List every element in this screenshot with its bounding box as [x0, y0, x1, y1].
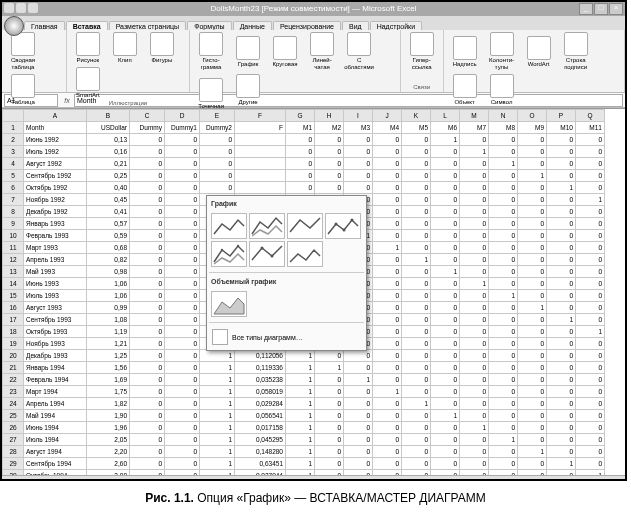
column-header[interactable]: K — [402, 110, 431, 122]
data-cell[interactable]: 0 — [373, 302, 402, 314]
data-cell[interactable]: 1 — [576, 194, 605, 206]
header-cell[interactable]: M5 — [402, 122, 431, 134]
data-cell[interactable]: 0 — [315, 182, 344, 194]
data-cell[interactable]: 0 — [165, 302, 200, 314]
data-cell[interactable]: 0 — [286, 158, 315, 170]
data-cell[interactable]: 0 — [344, 410, 373, 422]
data-cell[interactable]: 0 — [518, 278, 547, 290]
data-cell[interactable]: 0 — [431, 350, 460, 362]
ribbon-button[interactable]: Гипер-ссылка — [405, 32, 439, 71]
data-cell[interactable]: 0 — [460, 362, 489, 374]
data-cell[interactable]: 0 — [200, 158, 235, 170]
data-cell[interactable]: 0,027044 — [235, 470, 286, 476]
data-cell[interactable]: 0 — [460, 182, 489, 194]
data-cell[interactable]: 0 — [547, 242, 576, 254]
data-cell[interactable]: 1 — [286, 458, 315, 470]
data-cell[interactable]: 3,08 — [87, 470, 130, 476]
header-cell[interactable]: Month — [24, 122, 87, 134]
data-cell[interactable]: Октябрь 1992 — [24, 182, 87, 194]
data-cell[interactable]: 1 — [286, 374, 315, 386]
data-cell[interactable]: 0 — [460, 374, 489, 386]
data-cell[interactable]: 1 — [286, 398, 315, 410]
data-cell[interactable]: 0 — [576, 206, 605, 218]
data-cell[interactable]: 0 — [431, 278, 460, 290]
data-cell[interactable]: 0,40 — [87, 182, 130, 194]
data-cell[interactable]: 0 — [576, 386, 605, 398]
data-cell[interactable]: 0 — [130, 314, 165, 326]
data-cell[interactable]: 0 — [165, 434, 200, 446]
data-cell[interactable]: 0 — [373, 422, 402, 434]
data-cell[interactable]: 0 — [431, 170, 460, 182]
data-cell[interactable]: 0 — [165, 146, 200, 158]
ribbon-button[interactable]: Линей-чатая — [305, 32, 339, 71]
header-cell[interactable]: M8 — [489, 122, 518, 134]
row-header[interactable]: 3 — [3, 146, 24, 158]
data-cell[interactable]: 0 — [431, 386, 460, 398]
data-cell[interactable]: 1,56 — [87, 362, 130, 374]
data-cell[interactable]: 1 — [286, 410, 315, 422]
data-cell[interactable]: 0 — [130, 434, 165, 446]
data-cell[interactable]: 0,148280 — [235, 446, 286, 458]
data-cell[interactable]: 2,60 — [87, 458, 130, 470]
data-cell[interactable]: 0 — [547, 158, 576, 170]
data-cell[interactable]: 0 — [431, 446, 460, 458]
data-cell[interactable]: 0 — [547, 194, 576, 206]
data-cell[interactable]: 0 — [373, 134, 402, 146]
data-cell[interactable]: 0 — [547, 170, 576, 182]
data-cell[interactable]: 0 — [518, 470, 547, 476]
data-cell[interactable]: 0 — [576, 254, 605, 266]
data-cell[interactable] — [235, 134, 286, 146]
data-cell[interactable]: Февраль 1994 — [24, 374, 87, 386]
data-cell[interactable]: 0 — [547, 134, 576, 146]
row-header[interactable]: 14 — [3, 278, 24, 290]
data-cell[interactable]: 0 — [547, 206, 576, 218]
data-cell[interactable]: Октябрь 1993 — [24, 326, 87, 338]
close-button[interactable]: × — [609, 3, 623, 15]
data-cell[interactable]: 0 — [315, 374, 344, 386]
data-cell[interactable]: Июнь 1994 — [24, 422, 87, 434]
data-cell[interactable]: 0 — [130, 422, 165, 434]
data-cell[interactable]: 0 — [489, 422, 518, 434]
data-cell[interactable]: 1 — [200, 374, 235, 386]
data-cell[interactable]: Март 1993 — [24, 242, 87, 254]
column-header[interactable]: Q — [576, 110, 605, 122]
data-cell[interactable]: 1,06 — [87, 290, 130, 302]
row-header[interactable]: 8 — [3, 206, 24, 218]
data-cell[interactable]: 1,75 — [87, 386, 130, 398]
data-cell[interactable]: 0 — [431, 218, 460, 230]
data-cell[interactable]: 0 — [373, 314, 402, 326]
data-cell[interactable]: 1 — [460, 146, 489, 158]
qat-save-icon[interactable] — [4, 3, 14, 13]
data-cell[interactable]: 0 — [431, 242, 460, 254]
data-cell[interactable]: 0 — [489, 170, 518, 182]
data-cell[interactable]: 0 — [518, 422, 547, 434]
data-cell[interactable]: 0 — [130, 290, 165, 302]
data-cell[interactable]: 0 — [431, 374, 460, 386]
data-cell[interactable]: 0 — [165, 230, 200, 242]
sheet-tab[interactable]: sheet1 — [22, 479, 54, 482]
data-cell[interactable]: 0 — [547, 290, 576, 302]
header-cell[interactable]: M10 — [547, 122, 576, 134]
data-cell[interactable]: 0 — [402, 146, 431, 158]
data-cell[interactable]: 1,90 — [87, 410, 130, 422]
data-cell[interactable]: 0 — [402, 278, 431, 290]
column-header[interactable]: E — [200, 110, 235, 122]
data-cell[interactable]: 0 — [130, 302, 165, 314]
data-cell[interactable]: 1 — [460, 278, 489, 290]
data-cell[interactable]: 1 — [286, 386, 315, 398]
row-header[interactable]: 6 — [3, 182, 24, 194]
data-cell[interactable]: 0 — [165, 386, 200, 398]
data-cell[interactable]: 0 — [489, 410, 518, 422]
data-cell[interactable]: 0 — [165, 182, 200, 194]
line-chart-thumb[interactable] — [211, 213, 247, 239]
row-header[interactable]: 23 — [3, 386, 24, 398]
data-cell[interactable]: 0 — [373, 266, 402, 278]
data-cell[interactable]: 0 — [431, 422, 460, 434]
data-cell[interactable]: 0 — [344, 422, 373, 434]
data-cell[interactable]: 0,82 — [87, 254, 130, 266]
header-cell[interactable]: M7 — [460, 122, 489, 134]
data-cell[interactable]: 0 — [165, 362, 200, 374]
data-cell[interactable]: 0 — [130, 206, 165, 218]
data-cell[interactable]: 0 — [165, 206, 200, 218]
data-cell[interactable]: 0 — [373, 338, 402, 350]
